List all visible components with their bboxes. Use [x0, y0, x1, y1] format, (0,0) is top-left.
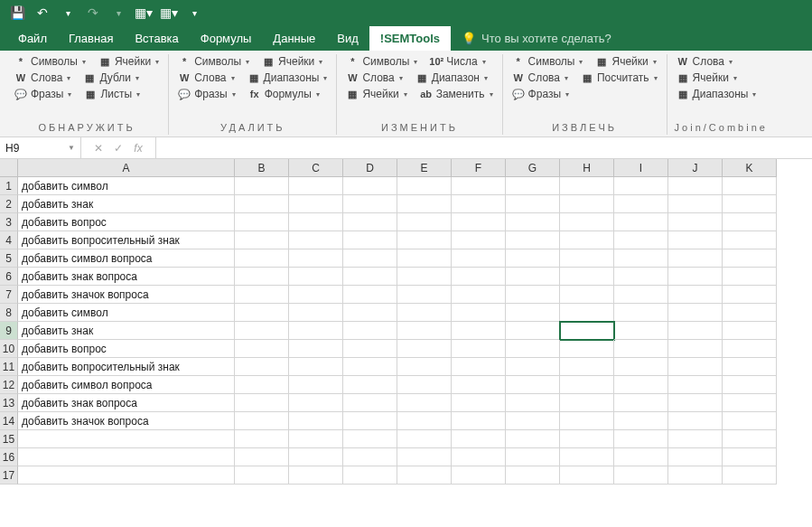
cell[interactable] [614, 195, 668, 213]
cell[interactable] [397, 268, 452, 286]
qat-btn1-icon[interactable]: ▦▾ [134, 3, 154, 23]
tab-view[interactable]: Вид [326, 26, 369, 51]
cell[interactable] [560, 466, 614, 485]
cell[interactable] [560, 268, 614, 286]
cell[interactable] [235, 231, 289, 249]
tab-data[interactable]: Данные [262, 26, 326, 51]
cell[interactable] [560, 195, 614, 213]
undo-icon[interactable]: ↶ [33, 3, 52, 23]
cell[interactable] [235, 322, 289, 340]
cell[interactable] [235, 304, 289, 322]
cell[interactable] [343, 231, 397, 249]
row-header[interactable]: 7 [0, 286, 18, 304]
cell[interactable] [289, 448, 343, 466]
row-header[interactable]: 13 [0, 394, 18, 412]
col-header-G[interactable]: G [506, 159, 560, 177]
cell[interactable] [614, 286, 668, 304]
cell[interactable] [235, 340, 289, 358]
ribbon-ячейки-button[interactable]: ▦Ячейки▾ [593, 54, 658, 69]
cell[interactable] [723, 322, 777, 340]
ribbon-ячейки-button[interactable]: ▦Ячейки▾ [260, 54, 324, 69]
row-header[interactable]: 17 [0, 466, 18, 485]
row-header[interactable]: 5 [0, 249, 18, 268]
cell[interactable] [506, 412, 560, 430]
cell[interactable]: добавить символ [18, 177, 235, 195]
cell[interactable] [723, 466, 777, 485]
ribbon-символы-button[interactable]: *Символы▾ [510, 54, 585, 69]
cell[interactable] [723, 304, 777, 322]
cell[interactable] [723, 268, 777, 286]
ribbon-слова-button[interactable]: WСлова▾ [176, 71, 236, 85]
cell[interactable] [560, 322, 614, 340]
cell[interactable] [452, 412, 506, 430]
cell[interactable] [614, 358, 668, 376]
cell[interactable] [668, 195, 723, 213]
cell[interactable] [723, 177, 777, 195]
cell[interactable] [343, 394, 397, 412]
cell[interactable] [723, 231, 777, 249]
cell[interactable] [614, 249, 668, 268]
ribbon-диапазоны-button[interactable]: ▦Диапазоны▾ [246, 71, 330, 85]
cell[interactable] [668, 268, 723, 286]
cell[interactable] [397, 213, 452, 231]
cell[interactable] [560, 412, 614, 430]
tab-home[interactable]: Главная [58, 26, 124, 51]
cell[interactable] [506, 213, 560, 231]
cell[interactable] [668, 340, 723, 358]
cell[interactable] [506, 322, 560, 340]
cell[interactable] [506, 195, 560, 213]
cell[interactable] [560, 448, 614, 466]
cell[interactable] [343, 304, 397, 322]
cell[interactable] [506, 376, 560, 394]
cell[interactable] [506, 340, 560, 358]
cell[interactable] [343, 430, 397, 448]
cell[interactable] [343, 412, 397, 430]
col-header-B[interactable]: B [235, 159, 289, 177]
col-header-H[interactable]: H [560, 159, 614, 177]
cell[interactable] [397, 448, 452, 466]
cell[interactable] [614, 376, 668, 394]
cell[interactable] [560, 430, 614, 448]
cell[interactable] [506, 177, 560, 195]
cell[interactable] [560, 358, 614, 376]
cell[interactable] [614, 231, 668, 249]
cell[interactable]: добавить знак вопроса [18, 268, 235, 286]
cell[interactable] [452, 195, 506, 213]
cell[interactable] [614, 213, 668, 231]
cell[interactable] [668, 412, 723, 430]
row-header[interactable]: 2 [0, 195, 18, 213]
col-header-A[interactable]: A [18, 159, 235, 177]
cell[interactable] [614, 412, 668, 430]
row-header[interactable]: 1 [0, 177, 18, 195]
cell[interactable] [397, 195, 452, 213]
cell[interactable] [614, 304, 668, 322]
cell[interactable] [452, 177, 506, 195]
ribbon-фразы-button[interactable]: 💬Фразы▾ [13, 87, 73, 101]
cell[interactable] [18, 448, 235, 466]
redo-dd-icon[interactable]: ▾ [108, 3, 128, 23]
qat-customize-icon[interactable]: ▾ [184, 3, 204, 23]
cell[interactable] [614, 430, 668, 448]
cell[interactable] [289, 177, 343, 195]
cell[interactable] [506, 394, 560, 412]
cell[interactable] [397, 394, 452, 412]
cell[interactable] [506, 448, 560, 466]
cell[interactable] [289, 358, 343, 376]
cell[interactable] [506, 286, 560, 304]
cell[interactable] [289, 322, 343, 340]
ribbon-заменить-button[interactable]: abЗаменить▾ [418, 87, 495, 101]
cell[interactable] [506, 304, 560, 322]
ribbon-формулы-button[interactable]: fxФормулы▾ [247, 87, 322, 101]
cell[interactable] [397, 430, 452, 448]
cell[interactable] [289, 466, 343, 485]
cell[interactable] [560, 376, 614, 394]
cell[interactable] [397, 358, 452, 376]
col-header-F[interactable]: F [452, 159, 506, 177]
cell[interactable] [668, 430, 723, 448]
cell[interactable] [452, 376, 506, 394]
ribbon-посчитать-button[interactable]: ▦Посчитать▾ [579, 71, 659, 85]
cell[interactable] [668, 376, 723, 394]
cancel-icon[interactable]: ✕ [90, 142, 107, 155]
cell[interactable] [723, 249, 777, 268]
cell[interactable]: добавить вопросительный знак [18, 231, 235, 249]
